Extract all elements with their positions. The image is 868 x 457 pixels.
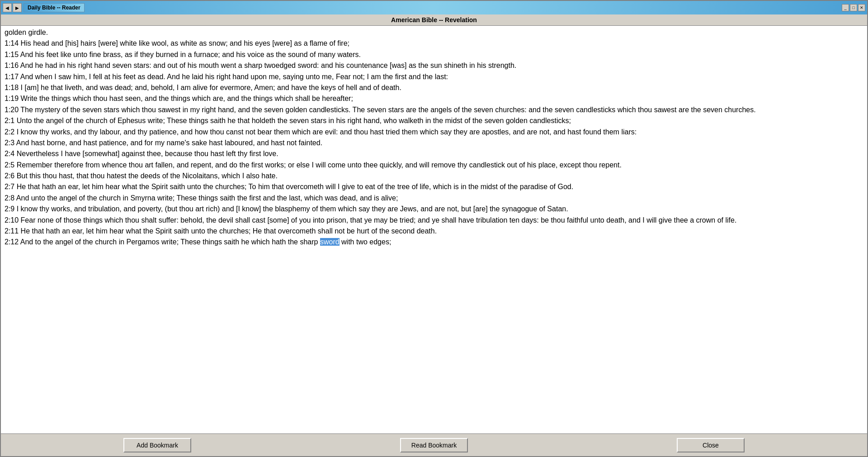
verse-v1_14: 1:14 His head and [his] hairs [were] whi… — [5, 38, 863, 48]
maximize-button[interactable]: □ — [850, 4, 857, 11]
verse-v1_17: 1:17 And when I saw him, I fell at his f… — [5, 72, 863, 82]
nav-forward-button[interactable]: ▶ — [13, 3, 22, 12]
verse-v2_9: 2:9 I know thy works, and tribulation, a… — [5, 204, 863, 214]
close-button[interactable]: Close — [677, 438, 745, 452]
verse-v2_5: 2:5 Remember therefore from whence thou … — [5, 160, 863, 170]
title-bar-left: ◀ ▶ Daily Bible -- Reader — [3, 3, 85, 12]
verse-v1_16: 1:16 And he had in his right hand seven … — [5, 61, 863, 71]
verse-v1_15: 1:15 And his feet like unto fine brass, … — [5, 50, 863, 60]
title-bar-text: Daily Bible -- Reader — [24, 3, 85, 12]
verse-v2_7: 2:7 He that hath an ear, let him hear wh… — [5, 182, 863, 192]
title-bar: ◀ ▶ Daily Bible -- Reader _ □ ✕ — [1, 1, 867, 14]
verse-intro: golden girdle. — [5, 28, 863, 38]
nav-arrows: ◀ ▶ — [3, 3, 22, 12]
verse-v2_11: 2:11 He that hath an ear, let him hear w… — [5, 226, 863, 236]
verse-v2_12_pre: 2:12 And to the angel of the church in P… — [5, 237, 863, 247]
close-window-button[interactable]: ✕ — [858, 4, 865, 11]
minimize-button[interactable]: _ — [842, 4, 849, 11]
highlighted-word: sword — [320, 238, 340, 246]
verse-v1_18: 1:18 I [am] he that liveth, and was dead… — [5, 83, 863, 93]
nav-back-button[interactable]: ◀ — [3, 3, 12, 12]
window-title: American Bible -- Revelation — [1, 14, 867, 26]
verse-v2_1: 2:1 Unto the angel of the church of Ephe… — [5, 116, 863, 126]
bible-text-content[interactable]: golden girdle.1:14 His head and [his] ha… — [1, 26, 867, 433]
verse-v1_19: 1:19 Write the things which thou hast se… — [5, 94, 863, 104]
main-window: ◀ ▶ Daily Bible -- Reader _ □ ✕ American… — [0, 0, 868, 457]
title-bar-controls: _ □ ✕ — [842, 4, 865, 11]
verse-v2_6: 2:6 But this thou hast, that thou hatest… — [5, 171, 863, 181]
verse-v2_3: 2:3 And hast borne, and hast patience, a… — [5, 138, 863, 148]
read-bookmark-button[interactable]: Read Bookmark — [400, 438, 468, 452]
add-bookmark-button[interactable]: Add Bookmark — [123, 438, 191, 452]
verse-v2_8: 2:8 And unto the angel of the church in … — [5, 193, 863, 203]
verse-v1_20: 1:20 The mystery of the seven stars whic… — [5, 105, 863, 115]
verse-v2_2: 2:2 I know thy works, and thy labour, an… — [5, 127, 863, 137]
footer-bar: Add Bookmark Read Bookmark Close — [1, 433, 867, 456]
verse-v2_4: 2:4 Nevertheless I have [somewhat] again… — [5, 149, 863, 159]
verse-v2_10: 2:10 Fear none of those things which tho… — [5, 215, 863, 225]
